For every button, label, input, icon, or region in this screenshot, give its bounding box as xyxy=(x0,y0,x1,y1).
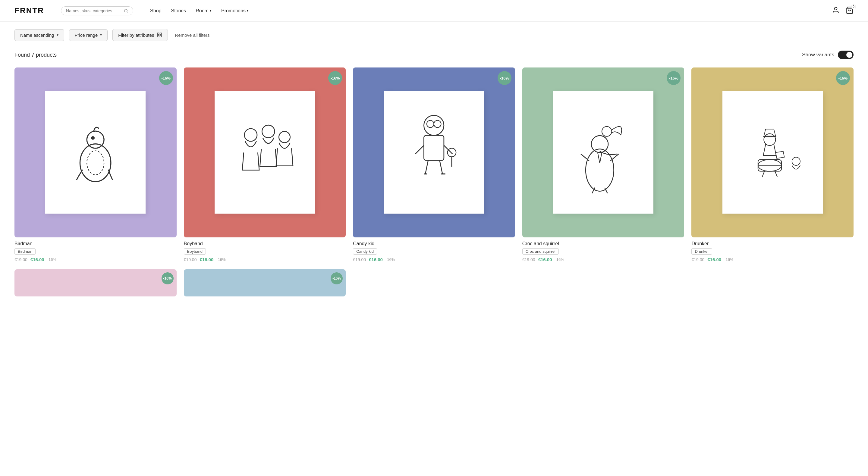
price-sale-boyband: €16.00 xyxy=(199,257,213,262)
filters-bar: Name ascending ▾ Price range ▾ Filter by… xyxy=(0,22,868,48)
user-icon[interactable] xyxy=(832,6,840,15)
price-original-candy-kid: €19.00 xyxy=(353,257,366,262)
product-name-boyband: Boyband xyxy=(184,241,346,247)
art-card-candy-kid xyxy=(384,91,484,214)
header-icons: 0 xyxy=(832,6,854,15)
product-card-drunker[interactable]: -16% xyxy=(691,67,854,262)
partial-badge-1: -16% xyxy=(161,272,174,284)
promotions-chevron-icon: ▾ xyxy=(247,9,249,13)
nav: Shop Stories Room ▾ Promotions ▾ xyxy=(150,8,822,13)
product-pricing-birdman: €19.00 €16.00 -16% xyxy=(14,257,177,262)
svg-rect-5 xyxy=(160,33,161,34)
discount-text-drunker: -16% xyxy=(724,257,733,262)
nav-item-promotions[interactable]: Promotions ▾ xyxy=(221,8,249,13)
header: FRNTR Shop Stories Room ▾ Promotions ▾ xyxy=(0,0,868,22)
product-card-boyband[interactable]: -16% Boyband xyxy=(184,67,346,262)
art-card-drunker xyxy=(722,91,823,214)
product-card-candy-kid[interactable]: -16% xyxy=(353,67,515,262)
found-products-label: Found 7 products xyxy=(14,52,57,58)
discount-badge-boyband: -16% xyxy=(328,71,342,85)
svg-line-1 xyxy=(127,11,128,12)
discount-text-croc-squirrel: -16% xyxy=(555,257,564,262)
product-variant-birdman: Birdman xyxy=(14,248,36,255)
filter-attributes-button[interactable]: Filter by attributes xyxy=(113,29,167,41)
discount-text-candy-kid: -16% xyxy=(386,257,395,262)
price-sale-croc-squirrel: €16.00 xyxy=(538,257,552,262)
svg-point-22 xyxy=(602,127,612,136)
svg-point-2 xyxy=(835,7,837,10)
svg-rect-4 xyxy=(157,33,159,34)
svg-point-26 xyxy=(792,157,800,165)
discount-badge-drunker: -16% xyxy=(836,71,850,85)
price-sale-candy-kid: €16.00 xyxy=(369,257,383,262)
product-pricing-drunker: €19.00 €16.00 -16% xyxy=(691,257,854,262)
price-original-birdman: €19.00 xyxy=(14,257,27,262)
product-variant-candy-kid: Candy kid xyxy=(353,248,377,255)
cart-badge: 0 xyxy=(851,4,856,9)
nav-item-stories[interactable]: Stories xyxy=(171,8,186,13)
search-icon xyxy=(124,8,128,13)
svg-point-0 xyxy=(124,9,127,12)
price-sale-birdman: €16.00 xyxy=(30,257,44,262)
svg-point-18 xyxy=(434,121,441,128)
discount-badge-birdman: -16% xyxy=(159,71,173,85)
logo: FRNTR xyxy=(14,6,44,15)
svg-point-10 xyxy=(87,151,104,175)
partial-card-2[interactable]: -16% xyxy=(184,269,346,296)
product-name-croc-squirrel: Croc and squirrel xyxy=(522,241,684,247)
svg-rect-16 xyxy=(424,135,444,160)
partial-card-1[interactable]: -16% xyxy=(14,269,177,296)
product-pricing-croc-squirrel: €19.00 €16.00 -16% xyxy=(522,257,684,262)
sort-chevron-icon: ▾ xyxy=(57,33,59,37)
svg-point-20 xyxy=(586,149,614,191)
svg-point-13 xyxy=(262,125,275,138)
product-card-croc-squirrel[interactable]: -16% xyxy=(522,67,684,262)
product-name-drunker: Drunker xyxy=(691,241,854,247)
product-name-birdman: Birdman xyxy=(14,241,177,247)
price-range-button[interactable]: Price range ▾ xyxy=(69,29,108,41)
svg-point-14 xyxy=(279,131,290,142)
discount-text-birdman: -16% xyxy=(47,257,56,262)
art-card-birdman xyxy=(45,91,146,214)
partial-badge-2: -16% xyxy=(331,272,343,284)
svg-point-19 xyxy=(447,148,456,157)
product-pricing-candy-kid: €19.00 €16.00 -16% xyxy=(353,257,515,262)
discount-text-boyband: -16% xyxy=(216,257,225,262)
filter-grid-icon xyxy=(157,32,162,38)
product-pricing-boyband: €19.00 €16.00 -16% xyxy=(184,257,346,262)
main-content: Found 7 products Show variants -16% xyxy=(0,48,868,311)
svg-rect-6 xyxy=(157,36,159,37)
price-original-croc-squirrel: €19.00 xyxy=(522,257,535,262)
show-variants-label: Show variants xyxy=(802,52,834,58)
svg-point-11 xyxy=(92,137,94,139)
price-original-boyband: €19.00 xyxy=(184,257,197,262)
discount-badge-candy-kid: -16% xyxy=(498,71,512,85)
nav-item-room[interactable]: Room ▾ xyxy=(195,8,212,13)
svg-point-21 xyxy=(591,135,608,153)
search-input[interactable] xyxy=(66,8,121,13)
search-bar[interactable] xyxy=(61,6,133,15)
bottom-product-grid: -16% -16% xyxy=(14,269,854,296)
discount-badge-croc-squirrel: -16% xyxy=(667,71,681,85)
svg-rect-7 xyxy=(160,36,161,37)
svg-point-23 xyxy=(764,134,775,146)
price-original-drunker: €19.00 xyxy=(691,257,704,262)
price-sale-drunker: €16.00 xyxy=(707,257,721,262)
show-variants-toggle[interactable] xyxy=(838,51,854,59)
cart-icon[interactable]: 0 xyxy=(846,6,854,15)
products-header: Found 7 products Show variants xyxy=(14,51,854,59)
nav-item-shop[interactable]: Shop xyxy=(150,8,161,13)
price-chevron-icon: ▾ xyxy=(100,33,102,37)
sort-button[interactable]: Name ascending ▾ xyxy=(14,29,64,41)
remove-filters-button[interactable]: Remove all filters xyxy=(175,33,210,38)
art-card-croc-squirrel xyxy=(553,91,653,214)
product-variant-boyband: Boyband xyxy=(184,248,206,255)
product-card-birdman[interactable]: -16% Birdman Birdman € xyxy=(14,67,177,262)
product-variant-croc-squirrel: Croc and squirrel xyxy=(522,248,559,255)
room-chevron-icon: ▾ xyxy=(210,9,212,13)
product-variant-drunker: Drunker xyxy=(691,248,712,255)
art-card-boyband xyxy=(215,91,315,214)
product-grid: -16% Birdman Birdman € xyxy=(14,67,854,262)
svg-point-9 xyxy=(87,131,104,148)
svg-point-12 xyxy=(244,129,257,141)
